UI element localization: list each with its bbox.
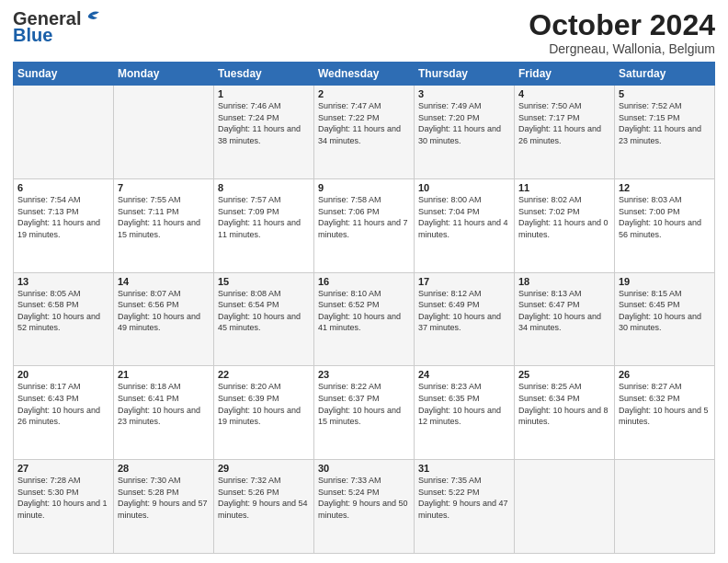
day-number: 28 [118,463,210,474]
calendar-cell: 15Sunrise: 8:08 AM Sunset: 6:54 PM Dayli… [214,272,314,366]
calendar-week-row: 27Sunrise: 7:28 AM Sunset: 5:30 PM Dayli… [14,460,715,554]
calendar-cell: 3Sunrise: 7:49 AM Sunset: 7:20 PM Daylig… [415,86,515,179]
calendar-cell: 12Sunrise: 8:03 AM Sunset: 7:00 PM Dayli… [615,178,715,272]
calendar-cell [114,86,214,179]
calendar-cell: 31Sunrise: 7:35 AM Sunset: 5:22 PM Dayli… [415,460,515,554]
day-info: Sunrise: 7:54 AM Sunset: 7:13 PM Dayligh… [17,194,109,240]
calendar-cell: 11Sunrise: 8:02 AM Sunset: 7:02 PM Dayli… [515,178,615,272]
calendar-cell: 8Sunrise: 7:57 AM Sunset: 7:09 PM Daylig… [214,178,314,272]
calendar-cell: 6Sunrise: 7:54 AM Sunset: 7:13 PM Daylig… [14,178,114,272]
day-number: 21 [118,369,210,380]
day-info: Sunrise: 8:07 AM Sunset: 6:56 PM Dayligh… [118,288,210,334]
month-title: October 2024 [529,9,715,41]
day-number: 15 [218,276,310,287]
calendar-cell [14,86,114,179]
calendar-week-row: 13Sunrise: 8:05 AM Sunset: 6:58 PM Dayli… [14,272,715,366]
calendar-cell: 17Sunrise: 8:12 AM Sunset: 6:49 PM Dayli… [415,272,515,366]
day-info: Sunrise: 8:13 AM Sunset: 6:47 PM Dayligh… [518,288,610,334]
calendar-cell: 18Sunrise: 8:13 AM Sunset: 6:47 PM Dayli… [515,272,615,366]
calendar-cell: 29Sunrise: 7:32 AM Sunset: 5:26 PM Dayli… [214,460,314,554]
day-info: Sunrise: 8:25 AM Sunset: 6:34 PM Dayligh… [518,381,610,427]
day-info: Sunrise: 8:02 AM Sunset: 7:02 PM Dayligh… [518,194,610,240]
day-info: Sunrise: 7:49 AM Sunset: 7:20 PM Dayligh… [418,100,510,146]
day-number: 3 [418,88,510,99]
calendar-table: SundayMondayTuesdayWednesdayThursdayFrid… [13,62,715,554]
day-info: Sunrise: 7:58 AM Sunset: 7:06 PM Dayligh… [318,194,410,240]
calendar-cell: 10Sunrise: 8:00 AM Sunset: 7:04 PM Dayli… [415,178,515,272]
day-info: Sunrise: 8:00 AM Sunset: 7:04 PM Dayligh… [418,194,510,240]
day-number: 26 [619,369,711,380]
day-number: 12 [619,182,711,193]
calendar-cell: 13Sunrise: 8:05 AM Sunset: 6:58 PM Dayli… [14,272,114,366]
calendar-day-header: Sunday [14,63,114,86]
day-number: 10 [418,182,510,193]
calendar-cell [515,460,615,554]
calendar-cell: 20Sunrise: 8:17 AM Sunset: 6:43 PM Dayli… [14,366,114,460]
calendar-day-header: Thursday [415,63,515,86]
calendar-cell: 5Sunrise: 7:52 AM Sunset: 7:15 PM Daylig… [615,86,715,179]
day-number: 8 [218,182,310,193]
calendar-week-row: 1Sunrise: 7:46 AM Sunset: 7:24 PM Daylig… [14,86,715,179]
day-number: 29 [218,463,310,474]
day-info: Sunrise: 7:52 AM Sunset: 7:15 PM Dayligh… [619,100,711,146]
day-info: Sunrise: 7:47 AM Sunset: 7:22 PM Dayligh… [318,100,410,146]
day-info: Sunrise: 8:27 AM Sunset: 6:32 PM Dayligh… [619,381,711,427]
day-info: Sunrise: 7:55 AM Sunset: 7:11 PM Dayligh… [118,194,210,240]
day-number: 30 [318,463,410,474]
title-block: October 2024 Dergneau, Wallonia, Belgium [529,9,715,56]
day-number: 19 [619,276,711,287]
calendar-header-row: SundayMondayTuesdayWednesdayThursdayFrid… [14,63,715,86]
calendar-day-header: Wednesday [314,63,415,86]
calendar-cell: 25Sunrise: 8:25 AM Sunset: 6:34 PM Dayli… [515,366,615,460]
page-container: General Blue October 2024 Dergneau, Wall… [0,0,728,563]
location: Dergneau, Wallonia, Belgium [529,41,715,56]
day-info: Sunrise: 8:23 AM Sunset: 6:35 PM Dayligh… [418,381,510,427]
calendar-cell: 9Sunrise: 7:58 AM Sunset: 7:06 PM Daylig… [314,178,415,272]
day-number: 20 [17,369,109,380]
day-number: 1 [218,88,310,99]
calendar-cell: 2Sunrise: 7:47 AM Sunset: 7:22 PM Daylig… [314,86,415,179]
day-info: Sunrise: 7:35 AM Sunset: 5:22 PM Dayligh… [418,475,510,521]
day-number: 4 [518,88,610,99]
day-info: Sunrise: 7:46 AM Sunset: 7:24 PM Dayligh… [218,100,310,146]
day-number: 18 [518,276,610,287]
day-info: Sunrise: 7:30 AM Sunset: 5:28 PM Dayligh… [118,475,210,521]
calendar-cell: 4Sunrise: 7:50 AM Sunset: 7:17 PM Daylig… [515,86,615,179]
calendar-cell: 22Sunrise: 8:20 AM Sunset: 6:39 PM Dayli… [214,366,314,460]
calendar-day-header: Tuesday [214,63,314,86]
day-number: 23 [318,369,410,380]
day-number: 5 [619,88,711,99]
day-info: Sunrise: 8:20 AM Sunset: 6:39 PM Dayligh… [218,381,310,427]
calendar-cell: 16Sunrise: 8:10 AM Sunset: 6:52 PM Dayli… [314,272,415,366]
day-info: Sunrise: 8:05 AM Sunset: 6:58 PM Dayligh… [17,288,109,334]
day-info: Sunrise: 8:17 AM Sunset: 6:43 PM Dayligh… [17,381,109,427]
calendar-cell: 21Sunrise: 8:18 AM Sunset: 6:41 PM Dayli… [114,366,214,460]
calendar-day-header: Friday [515,63,615,86]
day-number: 16 [318,276,410,287]
day-number: 31 [418,463,510,474]
calendar-cell: 14Sunrise: 8:07 AM Sunset: 6:56 PM Dayli… [114,272,214,366]
calendar-cell: 24Sunrise: 8:23 AM Sunset: 6:35 PM Dayli… [415,366,515,460]
logo: General Blue [13,9,103,44]
logo-blue: Blue [13,26,52,44]
day-info: Sunrise: 7:33 AM Sunset: 5:24 PM Dayligh… [318,475,410,521]
day-number: 17 [418,276,510,287]
day-info: Sunrise: 8:18 AM Sunset: 6:41 PM Dayligh… [118,381,210,427]
header: General Blue October 2024 Dergneau, Wall… [13,9,715,56]
day-info: Sunrise: 8:10 AM Sunset: 6:52 PM Dayligh… [318,288,410,334]
day-info: Sunrise: 8:22 AM Sunset: 6:37 PM Dayligh… [318,381,410,427]
calendar-cell: 19Sunrise: 8:15 AM Sunset: 6:45 PM Dayli… [615,272,715,366]
calendar-day-header: Saturday [615,63,715,86]
day-number: 24 [418,369,510,380]
calendar-cell: 27Sunrise: 7:28 AM Sunset: 5:30 PM Dayli… [14,460,114,554]
day-info: Sunrise: 7:57 AM Sunset: 7:09 PM Dayligh… [218,194,310,240]
day-info: Sunrise: 8:15 AM Sunset: 6:45 PM Dayligh… [619,288,711,334]
day-info: Sunrise: 8:12 AM Sunset: 6:49 PM Dayligh… [418,288,510,334]
calendar-day-header: Monday [114,63,214,86]
day-info: Sunrise: 7:50 AM Sunset: 7:17 PM Dayligh… [518,100,610,146]
calendar-cell: 30Sunrise: 7:33 AM Sunset: 5:24 PM Dayli… [314,460,415,554]
calendar-cell: 28Sunrise: 7:30 AM Sunset: 5:28 PM Dayli… [114,460,214,554]
day-info: Sunrise: 7:28 AM Sunset: 5:30 PM Dayligh… [17,475,109,521]
day-number: 13 [17,276,109,287]
calendar-cell: 7Sunrise: 7:55 AM Sunset: 7:11 PM Daylig… [114,178,214,272]
